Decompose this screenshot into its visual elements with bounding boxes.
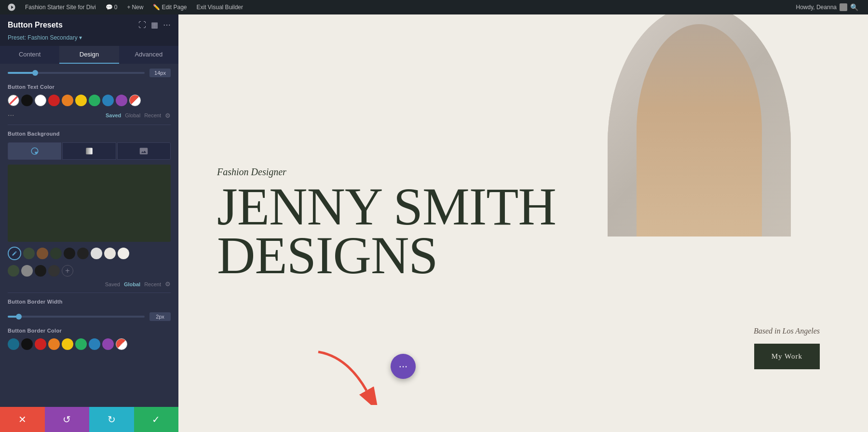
edit-color-icon[interactable] xyxy=(8,247,21,260)
panel-tabs: Content Design Advanced xyxy=(0,46,178,64)
exit-builder-link[interactable]: Exit Visual Builder xyxy=(191,0,248,14)
tab-content[interactable]: Content xyxy=(0,46,59,64)
left-panel: Button Presets ⛶ ▦ ⋯ Preset: Fashion Sec… xyxy=(0,14,178,432)
fashion-name: JENNY SMITH DESIGNS xyxy=(217,182,556,280)
border-swatch-custom[interactable] xyxy=(116,338,127,350)
divider-2 xyxy=(8,293,171,293)
swatch-very-dark[interactable] xyxy=(64,248,75,259)
howdy-section: Howdy, Deanna 🔍 xyxy=(796,3,864,11)
swatch-forest[interactable] xyxy=(50,248,62,259)
border-swatch-purple[interactable] xyxy=(102,338,114,350)
new-link[interactable]: + New xyxy=(122,0,148,14)
add-swatch-icon[interactable]: + xyxy=(62,265,73,277)
border-swatch-teal[interactable] xyxy=(8,338,19,350)
wordpress-logo[interactable] xyxy=(5,0,18,14)
tab-design[interactable]: Design xyxy=(59,46,119,64)
recent-link[interactable]: Recent xyxy=(144,112,161,118)
swatch-dark[interactable] xyxy=(77,248,89,259)
bg-swatch-meta: Saved Global Recent ⚙ xyxy=(0,279,178,292)
bg-settings-icon[interactable]: ⚙ xyxy=(165,280,171,288)
panel-more-icon[interactable]: ⋯ xyxy=(163,20,171,29)
swatch-red[interactable] xyxy=(48,95,60,106)
color-preview-box[interactable] xyxy=(8,165,171,242)
swatch-dark2[interactable] xyxy=(48,265,60,277)
swatch-orange[interactable] xyxy=(62,95,73,106)
text-color-swatch-meta: ··· Saved Global Recent ⚙ xyxy=(0,109,178,124)
bg-global-link[interactable]: Global xyxy=(124,281,140,287)
panel-fullscreen-icon[interactable]: ⛶ xyxy=(138,21,146,29)
preset-subtitle[interactable]: Preset: Fashion Secondary ▾ xyxy=(0,33,178,46)
confirm-button[interactable]: ✓ xyxy=(134,407,179,432)
reset-button[interactable]: ↺ xyxy=(45,407,90,432)
more-dots-icon[interactable]: ··· xyxy=(8,111,14,120)
divider-1 xyxy=(8,125,171,125)
swatch-cream[interactable] xyxy=(104,248,116,259)
swatch-custom[interactable] xyxy=(129,95,141,106)
panel-title: Button Presets xyxy=(8,21,63,29)
panel-columns-icon[interactable]: ▦ xyxy=(151,20,158,29)
bg-swatch-row-2: + xyxy=(0,262,178,279)
saved-link[interactable]: Saved xyxy=(106,112,121,118)
text-color-meta-links: Saved Global Recent ⚙ xyxy=(106,112,171,119)
border-swatch-black[interactable] xyxy=(21,338,33,350)
bg-type-gradient[interactable] xyxy=(62,142,116,160)
swatch-dark-green[interactable] xyxy=(23,248,35,259)
bg-saved-link[interactable]: Saved xyxy=(105,281,120,287)
button-border-color-label: Button Border Color xyxy=(0,323,178,336)
svg-rect-0 xyxy=(86,148,93,154)
button-text-color-swatches xyxy=(0,93,178,109)
swatch-black[interactable] xyxy=(21,95,33,106)
cancel-button[interactable]: ✕ xyxy=(0,407,45,432)
swatch-transparent[interactable] xyxy=(8,95,19,106)
edit-page-link[interactable]: ✏️ Edit Page xyxy=(148,0,191,14)
button-border-width-label: Button Border Width xyxy=(0,294,178,307)
swatch-blue[interactable] xyxy=(102,95,114,106)
border-color-swatches xyxy=(0,336,178,353)
panel-header-icons: ⛶ ▦ ⋯ xyxy=(138,20,171,29)
border-width-thumb[interactable] xyxy=(16,314,22,320)
comments-link[interactable]: 💬 0 xyxy=(101,0,122,14)
wp-admin-bar: Fashion Starter Site for Divi 💬 0 + New … xyxy=(0,0,868,14)
search-icon[interactable]: 🔍 xyxy=(850,3,858,11)
swatch-settings-icon[interactable]: ⚙ xyxy=(165,112,171,119)
bg-type-color[interactable] xyxy=(8,142,61,160)
swatch-yellow[interactable] xyxy=(75,95,87,106)
font-size-track[interactable] xyxy=(8,72,145,74)
border-swatch-red[interactable] xyxy=(35,338,46,350)
user-avatar xyxy=(840,3,847,11)
swatch-purple[interactable] xyxy=(116,95,127,106)
font-size-value: 14px xyxy=(149,69,171,77)
swatch-light-gray[interactable] xyxy=(91,248,102,259)
border-swatch-blue[interactable] xyxy=(89,338,100,350)
canvas-area: Fashion Designer JENNY SMITH DESIGNS Bas… xyxy=(178,14,868,432)
redo-button[interactable]: ↻ xyxy=(89,407,134,432)
swatch-black2[interactable] xyxy=(35,265,46,277)
swatch-brown[interactable] xyxy=(37,248,48,259)
border-swatch-yellow[interactable] xyxy=(62,338,73,350)
button-background-label: Button Background xyxy=(0,126,178,139)
swatch-off-white[interactable] xyxy=(118,248,129,259)
bg-recent-link[interactable]: Recent xyxy=(144,281,161,287)
font-size-fill xyxy=(8,72,35,74)
swatch-white[interactable] xyxy=(35,95,46,106)
bg-type-image[interactable] xyxy=(117,142,171,160)
swatch-gray[interactable] xyxy=(21,265,33,277)
my-work-button[interactable]: My Work xyxy=(754,344,820,369)
global-link[interactable]: Global xyxy=(125,112,140,118)
purple-fab[interactable]: ··· xyxy=(391,354,416,379)
border-swatch-green[interactable] xyxy=(75,338,87,350)
border-swatch-orange[interactable] xyxy=(48,338,60,350)
based-in-text: Based in Los Angeles xyxy=(754,327,820,335)
main-area: Button Presets ⛶ ▦ ⋯ Preset: Fashion Sec… xyxy=(0,14,868,432)
panel-header: Button Presets ⛶ ▦ ⋯ xyxy=(0,14,178,33)
font-size-thumb[interactable] xyxy=(32,70,38,76)
button-text-color-label: Button Text Color xyxy=(0,79,178,93)
border-width-track[interactable] xyxy=(8,316,145,318)
swatch-green2[interactable] xyxy=(8,265,19,277)
fashion-text-area: Fashion Designer JENNY SMITH DESIGNS xyxy=(178,167,556,280)
border-width-value: 2px xyxy=(149,312,171,321)
swatch-green[interactable] xyxy=(89,95,100,106)
site-name-link[interactable]: Fashion Starter Site for Divi xyxy=(20,0,101,14)
tab-advanced[interactable]: Advanced xyxy=(119,46,178,64)
fashion-subtitle: Fashion Designer xyxy=(217,167,556,178)
